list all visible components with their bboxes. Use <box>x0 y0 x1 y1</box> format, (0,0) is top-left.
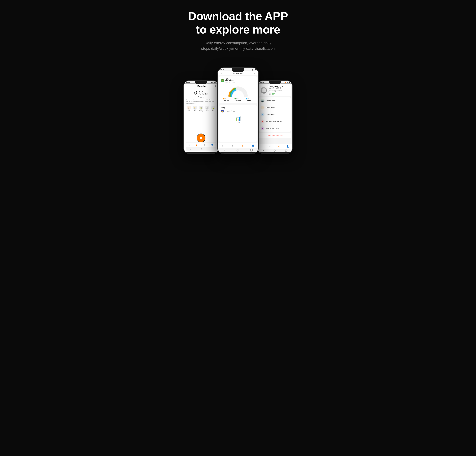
walk-goal: Goal 4000 Steps <box>225 81 235 83</box>
phone-notch-left <box>195 81 207 84</box>
settings-item-factory-reset[interactable]: ↺ Factory reset › <box>259 104 291 111</box>
nav-exercise-left[interactable]: ♟ <box>196 144 198 147</box>
stats-row: Calories 0Kcal Distance 0.01Km <box>221 98 255 102</box>
remote-selfie-icon: 📷 <box>261 99 264 102</box>
exercise-icon-right: ♟ <box>269 145 271 148</box>
walk-activity-icon: 🚶 <box>221 79 224 82</box>
bottom-nav-left: ⌂ ♟ ⊕ 👤 <box>186 142 216 147</box>
exercise-description: This function is the movement data obtai… <box>186 99 216 104</box>
bottom-nav-center: ⌂ ♟ ⊕ 👤 <box>218 143 258 148</box>
sleep-card: Sleep 🌙 0 Hour 0 Minute 📊 No data <box>219 105 257 142</box>
recent-btn-left[interactable] <box>210 148 212 150</box>
status-icons-right: ● ▐▌▌ ▮ <box>285 82 290 83</box>
signal-icon-center: ▐▌▌ <box>252 69 255 70</box>
nav-exercise-center[interactable]: ♟ <box>231 144 233 147</box>
home-icon-right: ⌂ <box>261 145 262 148</box>
battery-icon-status: ▮ <box>215 82 216 83</box>
mode-climb[interactable]: ⛰ Climb <box>205 106 209 113</box>
nav-home-right[interactable]: ⌂ <box>261 145 262 148</box>
nav-connect-center[interactable]: ⊕ <box>242 144 243 147</box>
phone-left-wrapper: 13:41 ● ▐▌▌ ▲ ▮ Exercise ⊞ <box>182 74 217 154</box>
mode-golf[interactable]: ⛳ Golf <box>211 106 215 113</box>
device-info: Smart_Ring_01_18 Sync data: 10-25 10:14 … <box>269 86 289 95</box>
settings-item-remote-selfie[interactable]: 📷 Remote selfie › <box>259 97 291 104</box>
refresh-icon[interactable]: ↻ <box>254 72 256 75</box>
chevron-icon-1: › <box>289 100 289 101</box>
nav-exercise-right[interactable]: ♟ <box>269 145 271 148</box>
nav-connect-right[interactable]: ⊕ <box>278 145 280 148</box>
exercise-screen: Exercise ⊞ 0.00 Km Times 0 This function… <box>184 83 218 152</box>
exercise-icon: ♟ <box>196 144 198 146</box>
run-icon: 🏃 <box>193 106 197 110</box>
battery-fill <box>272 94 274 95</box>
battery-percentage: 68% <box>269 93 271 95</box>
nav-profile-right[interactable]: 👤 <box>286 145 289 148</box>
play-button[interactable] <box>196 133 205 142</box>
chevron-icon-3: › <box>289 114 289 115</box>
home-btn-left[interactable] <box>200 148 202 150</box>
phone-right-wrapper: 13:41 ● ▐▌▌ ▮ Smart_Ring_01_18 <box>259 74 294 154</box>
recent-btn-right[interactable] <box>285 149 288 152</box>
mode-run[interactable]: 🏃 Run <box>193 106 197 113</box>
back-btn-left[interactable] <box>190 149 191 149</box>
connect-icon: ⊕ <box>203 144 205 146</box>
nav-home-center[interactable]: ⌂ <box>222 144 223 147</box>
exercise-title: Exercise <box>189 85 214 87</box>
sleep-data: 🌙 0 Hour 0 Minute <box>221 110 255 112</box>
signal-icon-right: ▐▌▌ <box>286 82 289 83</box>
battery-icon-center: ▮ <box>255 69 256 70</box>
signal-icon: ▐▌▌ <box>211 82 213 83</box>
profile-icon: 👤 <box>211 144 213 146</box>
disconnect-label: Disconnect the device <box>267 135 283 136</box>
share-icon[interactable]: ↗ <box>220 72 222 75</box>
back-btn-right[interactable] <box>263 150 264 151</box>
sys-nav-center <box>218 148 258 152</box>
mode-walk[interactable]: 🚶 Walk ▲ <box>187 106 191 113</box>
time-left: 13:41 <box>186 82 190 83</box>
factory-reset-icon: ↺ <box>261 106 264 109</box>
battery-icon-right: ▮ <box>289 82 290 83</box>
stat-duration: Duration 00:01 <box>246 98 253 102</box>
phones-showcase: 13:41 ● ▐▌▌ ▲ ▮ Exercise ⊞ <box>182 67 294 154</box>
nav-profile-left[interactable]: 👤 <box>211 144 213 147</box>
connect-icon-right: ⊕ <box>278 145 280 148</box>
time-center: 13:40 <box>220 69 224 71</box>
home-btn-right[interactable] <box>274 149 276 152</box>
dots-icon-right: ● <box>285 82 286 83</box>
ring-image <box>261 87 267 93</box>
distance-dot <box>234 98 236 99</box>
duration-dot <box>246 98 247 99</box>
golf-icon: ⛳ <box>211 106 215 110</box>
settings-screen: Smart_Ring_01_18 Sync data: 10-25 10:14 … <box>258 83 292 152</box>
wifi-icon: ▲ <box>214 82 215 83</box>
nav-connect-left[interactable]: ⊕ <box>203 144 205 147</box>
remote-selfie-label: Remote selfie <box>266 100 287 101</box>
recent-btn-center[interactable] <box>250 149 253 151</box>
back-btn-center[interactable] <box>223 150 225 151</box>
bottom-nav-right: ⌂ ♟ ⊕ 👤 <box>258 144 292 149</box>
nav-profile-center[interactable]: 👤 <box>252 144 254 147</box>
mode-cycling[interactable]: 🚴 Cycling <box>199 106 203 113</box>
status-icons-center: ● ▐▌▌ ▮ <box>251 69 256 70</box>
main-title: Download the APP to explore more <box>188 10 288 36</box>
exercise-modes: 🚶 Walk ▲ 🏃 Run 🚴 Cycling <box>186 106 216 113</box>
heart-rate-icon: ♥ <box>261 120 264 123</box>
play-triangle-icon <box>200 136 203 139</box>
nav-home-left[interactable]: ⌂ <box>189 144 190 147</box>
settings-item-heart-rate[interactable]: ♥ Automatic heart rate test › <box>259 118 291 125</box>
settings-item-device-update[interactable]: ↑ Device update › <box>259 111 291 118</box>
device-card: Smart_Ring_01_18 Sync data: 10-25 10:14 … <box>259 84 291 96</box>
calories-dot <box>223 98 224 99</box>
activity-date: 2024-10-25 <box>233 72 243 75</box>
walk-steps: 20 Steps <box>225 78 235 81</box>
settings-item-short-video[interactable]: ▶ Short Video Control › <box>259 125 291 132</box>
climb-icon: ⛰ <box>205 106 209 110</box>
cycling-icon: 🚴 <box>199 106 203 110</box>
disconnect-section[interactable]: Disconnect the device <box>259 133 291 138</box>
home-btn-center[interactable] <box>237 149 239 151</box>
home-icon-center: ⌂ <box>222 144 223 147</box>
settings-list: 📷 Remote selfie › ↺ Factory reset › ↑ De… <box>259 97 291 132</box>
device-version: Version: V118 <box>269 91 289 93</box>
activity-screen: ↗ 2024-10-25 ↻ 🚶 20 Steps <box>218 71 258 152</box>
home-icon: ⌂ <box>189 144 190 146</box>
